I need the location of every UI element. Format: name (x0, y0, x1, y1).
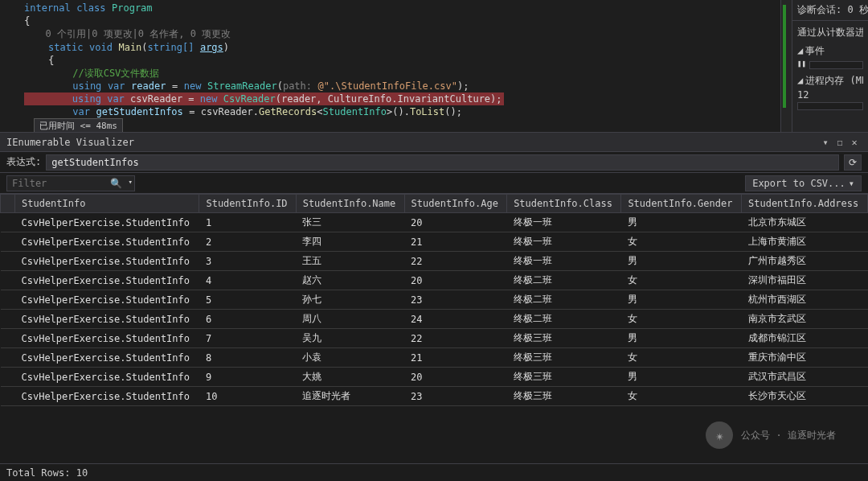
memory-value: 12 (797, 89, 863, 101)
table-cell: CsvHelperExercise.StudentInfo (15, 329, 199, 348)
table-cell (1, 387, 15, 406)
ienumerable-visualizer: IEnumerable Visualizer ▾ ☐ ✕ 表达式: ⟳ 🔍 ▾ … (0, 133, 868, 481)
table-cell: 张三 (296, 213, 404, 232)
data-grid[interactable]: StudentInfoStudentInfo.IDStudentInfo.Nam… (0, 194, 868, 463)
export-csv-button[interactable]: Export to CSV...▾ (745, 175, 862, 191)
column-header[interactable]: StudentInfo.Gender (621, 195, 742, 213)
code-scrollbar[interactable] (780, 0, 792, 132)
refresh-button[interactable]: ⟳ (844, 154, 862, 171)
table-cell: 终极一班 (507, 232, 621, 252)
pause-icon[interactable]: ❚❚ (797, 60, 806, 69)
diagnostics-panel: 诊断会话: 0 秒 (… 通过从计数器进 ◢事件 ❚❚ ◢进程内存 (MB) 1… (792, 0, 868, 132)
events-bar (809, 61, 863, 69)
table-row[interactable]: CsvHelperExercise.StudentInfo1张三20终极一班男北… (1, 213, 868, 232)
visualizer-footer: Total Rows: 10 (0, 463, 868, 481)
table-cell: 王五 (296, 252, 404, 271)
table-cell: 23 (404, 387, 507, 406)
table-cell: 20 (404, 271, 507, 290)
diag-counter-hint: 通过从计数器进 (797, 26, 863, 39)
table-cell: 终极三班 (507, 368, 621, 387)
window-options-icon[interactable]: ▾ (818, 137, 833, 148)
table-cell (1, 348, 15, 368)
table-cell: 重庆市渝中区 (742, 348, 868, 368)
expression-label: 表达式: (6, 155, 41, 169)
table-cell: 南京市玄武区 (742, 310, 868, 329)
table-cell: 22 (404, 252, 507, 271)
column-header[interactable]: StudentInfo.Class (507, 195, 621, 213)
table-row[interactable]: CsvHelperExercise.StudentInfo6周八24终极二班女南… (1, 310, 868, 329)
table-cell: 终极三班 (507, 329, 621, 348)
table-row[interactable]: CsvHelperExercise.StudentInfo5孙七23终极二班男杭… (1, 290, 868, 310)
highlighted-line[interactable]: using var csvReader = new CsvReader(read… (24, 92, 504, 105)
column-header[interactable]: StudentInfo.Age (404, 195, 507, 213)
table-row[interactable]: CsvHelperExercise.StudentInfo10追逐时光者23终极… (1, 387, 868, 406)
search-icon[interactable]: 🔍 (110, 178, 122, 189)
table-row[interactable]: CsvHelperExercise.StudentInfo9大姚20终极三班男武… (1, 368, 868, 387)
table-cell: 7 (199, 329, 296, 348)
table-cell: 终极二班 (507, 290, 621, 310)
expression-input[interactable] (46, 154, 839, 171)
table-cell: 20 (404, 213, 507, 232)
table-cell: 2 (199, 232, 296, 252)
chevron-down-icon: ▾ (849, 178, 854, 189)
table-cell: 杭州市西湖区 (742, 290, 868, 310)
table-row[interactable]: CsvHelperExercise.StudentInfo3王五22终极一班男广… (1, 252, 868, 271)
codelens[interactable]: 0 个引用|0 项更改|0 名作者, 0 项更改 (46, 28, 231, 39)
table-cell (1, 213, 15, 232)
table-row[interactable]: CsvHelperExercise.StudentInfo7吴九22终极三班男成… (1, 329, 868, 348)
table-cell: 男 (621, 213, 742, 232)
column-header[interactable]: StudentInfo.ID (199, 195, 296, 213)
table-cell: 成都市锦江区 (742, 329, 868, 348)
table-cell: CsvHelperExercise.StudentInfo (15, 271, 199, 290)
table-cell: CsvHelperExercise.StudentInfo (15, 368, 199, 387)
table-row[interactable]: CsvHelperExercise.StudentInfo8小袁21终极三班女重… (1, 348, 868, 368)
table-cell: 追逐时光者 (296, 387, 404, 406)
table-cell: 女 (621, 348, 742, 368)
code-editor[interactable]: internal class Program { 0 个引用|0 项更改|0 名… (0, 0, 792, 132)
column-header[interactable] (1, 195, 15, 213)
chevron-down-icon[interactable]: ▾ (129, 178, 133, 186)
table-cell: 女 (621, 232, 742, 252)
table-cell: 终极二班 (507, 271, 621, 290)
table-cell: 长沙市天心区 (742, 387, 868, 406)
table-cell (1, 310, 15, 329)
table-cell: 孙七 (296, 290, 404, 310)
table-cell (1, 232, 15, 252)
column-header[interactable]: StudentInfo.Name (296, 195, 404, 213)
table-cell: 6 (199, 310, 296, 329)
keyword: class (76, 2, 105, 14)
table-cell: 9 (199, 368, 296, 387)
column-header[interactable]: StudentInfo.Address (742, 195, 868, 213)
table-cell: CsvHelperExercise.StudentInfo (15, 232, 199, 252)
comment: //读取CSV文件数据 (72, 68, 159, 79)
table-cell: 小袁 (296, 348, 404, 368)
close-icon[interactable]: ✕ (847, 137, 862, 148)
table-cell: 赵六 (296, 271, 404, 290)
table-cell: 男 (621, 329, 742, 348)
table-cell (1, 252, 15, 271)
table-cell: 深圳市福田区 (742, 271, 868, 290)
table-cell (1, 329, 15, 348)
table-cell: 大姚 (296, 368, 404, 387)
table-cell: 终极一班 (507, 213, 621, 232)
table-cell: 北京市东城区 (742, 213, 868, 232)
table-cell: 男 (621, 368, 742, 387)
class-name: Program (112, 2, 153, 14)
table-cell: 终极三班 (507, 348, 621, 368)
expand-icon[interactable]: ◢ (797, 45, 803, 56)
diag-session: 诊断会话: 0 秒 (… (797, 3, 863, 17)
table-row[interactable]: CsvHelperExercise.StudentInfo4赵六20终极二班女深… (1, 271, 868, 290)
table-cell: CsvHelperExercise.StudentInfo (15, 213, 199, 232)
table-row[interactable]: CsvHelperExercise.StudentInfo2李四21终极一班女上… (1, 232, 868, 252)
table-cell: 24 (404, 310, 507, 329)
table-cell: 终极三班 (507, 387, 621, 406)
table-cell (1, 271, 15, 290)
table-cell: 周八 (296, 310, 404, 329)
table-cell: 上海市黄浦区 (742, 232, 868, 252)
table-cell: CsvHelperExercise.StudentInfo (15, 310, 199, 329)
maximize-icon[interactable]: ☐ (833, 137, 847, 148)
perf-tip[interactable]: 已用时间 <= 48ms (34, 118, 123, 132)
expand-icon[interactable]: ◢ (797, 75, 803, 86)
table-cell: CsvHelperExercise.StudentInfo (15, 252, 199, 271)
column-header[interactable]: StudentInfo (15, 195, 199, 213)
